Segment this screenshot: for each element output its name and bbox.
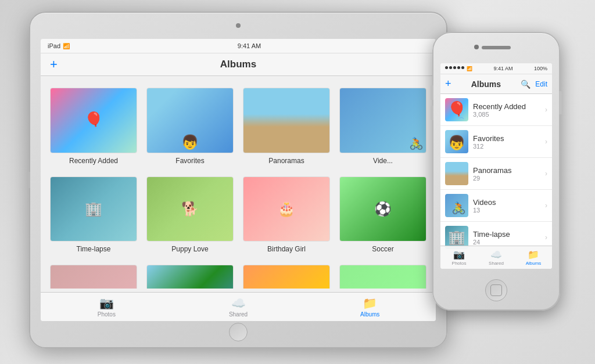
iphone-navbar: + Albums 🔍 Edit bbox=[440, 74, 552, 94]
ipad-album-r4[interactable] bbox=[146, 265, 234, 289]
ipad-page-title: Albums bbox=[73, 59, 403, 70]
ipad-device-label: iPad bbox=[48, 42, 60, 49]
iphone-item-name-panoramas: Panoramas bbox=[473, 166, 540, 175]
iphone-item-info-recently-added: Recently Added 3,085 bbox=[473, 102, 540, 118]
ipad-thumb-soccer bbox=[339, 176, 426, 242]
ipad-thumb-videos bbox=[339, 88, 426, 153]
iphone-tabbar: 📷 Photos ☁️ Shared 📁 Albums bbox=[440, 246, 552, 269]
iphone-tab-albums[interactable]: 📁 Albums bbox=[515, 249, 552, 266]
iphone-albums-icon: 📁 bbox=[528, 249, 539, 260]
scene: iPad 📶 9:41 AM + Albums Recently Added bbox=[0, 0, 595, 364]
ipad-album-label-timelapse: Time-lapse bbox=[77, 245, 111, 253]
ipad-camera bbox=[236, 23, 241, 28]
iphone-battery: 100% bbox=[534, 66, 547, 71]
ipad-tab-photos[interactable]: 📷 Photos bbox=[41, 296, 173, 318]
ipad-albums-icon: 📁 bbox=[363, 296, 377, 310]
iphone-search-button[interactable]: 🔍 bbox=[521, 80, 531, 89]
ipad-album-favorites[interactable]: Favorites bbox=[146, 88, 234, 165]
ipad-thumb-puppylove bbox=[146, 176, 234, 242]
ipad-album-label-panoramas: Panoramas bbox=[268, 157, 304, 165]
iphone-album-recently-added[interactable]: Recently Added 3,085 › bbox=[440, 94, 552, 126]
iphone-item-count-favorites: 312 bbox=[473, 143, 540, 150]
ipad-album-r5[interactable] bbox=[243, 265, 330, 289]
iphone-chevron-recently-added: › bbox=[545, 106, 547, 114]
ipad-home-button[interactable] bbox=[229, 323, 248, 341]
iphone-tab-photos[interactable]: 📷 Photos bbox=[440, 249, 478, 266]
iphone-item-name-timelapse: Time-lapse bbox=[473, 230, 540, 239]
iphone-item-info-timelapse: Time-lapse 24 bbox=[473, 230, 540, 246]
iphone-item-name-recently-added: Recently Added bbox=[473, 102, 540, 111]
ipad-album-recently-added[interactable]: Recently Added bbox=[50, 88, 137, 165]
iphone-status-bar: 📶 9:41 AM 100% bbox=[440, 63, 552, 74]
iphone-power-button bbox=[559, 91, 562, 114]
iphone-item-count-panoramas: 29 bbox=[473, 175, 540, 182]
ipad-navbar: + Albums bbox=[41, 53, 436, 76]
ipad-thumb-r6 bbox=[339, 265, 426, 289]
ipad-album-label-recently-added: Recently Added bbox=[69, 157, 118, 165]
iphone-home-button[interactable] bbox=[485, 279, 507, 301]
ipad-side-button bbox=[27, 172, 30, 188]
iphone-thumb-videos bbox=[445, 194, 468, 217]
ipad-thumb-panoramas bbox=[243, 88, 330, 153]
iphone-tab-shared-label: Shared bbox=[489, 261, 504, 266]
iphone-chevron-videos: › bbox=[545, 201, 547, 210]
ipad-tab-albums-label: Albums bbox=[360, 311, 379, 318]
iphone-vol-up bbox=[431, 85, 433, 100]
iphone-navbar-actions: 🔍 Edit bbox=[521, 80, 547, 89]
ipad-album-soccer[interactable]: Soccer bbox=[339, 176, 426, 254]
ipad-wifi-icon: 📶 bbox=[63, 43, 70, 49]
iphone-edit-button[interactable]: Edit bbox=[535, 80, 547, 88]
ipad-time: 9:41 AM bbox=[238, 42, 261, 49]
iphone-item-name-videos: Videos bbox=[473, 198, 540, 207]
ipad-album-r3[interactable] bbox=[50, 265, 137, 289]
signal-dot-4 bbox=[457, 66, 460, 69]
iphone-item-info-panoramas: Panoramas 29 bbox=[473, 166, 540, 182]
iphone-chevron-timelapse: › bbox=[545, 233, 547, 242]
ipad-thumb-favorites bbox=[146, 88, 234, 153]
iphone-camera bbox=[474, 45, 479, 49]
signal-dot-1 bbox=[445, 66, 448, 69]
ipad-album-label-puppylove: Puppy Love bbox=[171, 245, 208, 253]
ipad-status-bar: iPad 📶 9:41 AM bbox=[41, 39, 436, 53]
iphone-time: 9:41 AM bbox=[493, 66, 512, 71]
iphone-album-list: Recently Added 3,085 › Favorites 312 › bbox=[440, 94, 552, 253]
ipad-tab-photos-label: Photos bbox=[98, 311, 116, 318]
iphone-vol-down bbox=[431, 106, 433, 120]
ipad-tab-shared[interactable]: ☁️ Shared bbox=[173, 296, 304, 318]
ipad-thumb-r4 bbox=[146, 265, 234, 289]
ipad-album-label-soccer: Soccer bbox=[372, 245, 393, 253]
ipad-album-videos[interactable]: Vide... bbox=[339, 88, 426, 165]
ipad-album-grid: Recently Added Favorites Panoramas Vide.… bbox=[41, 76, 436, 289]
iphone-chevron-panoramas: › bbox=[545, 170, 547, 178]
signal-dot-3 bbox=[453, 66, 456, 69]
iphone-page-title: Albums bbox=[471, 80, 501, 89]
ipad-album-r6[interactable] bbox=[339, 265, 426, 289]
ipad-add-button[interactable]: + bbox=[50, 58, 73, 71]
ipad-thumb-birthday bbox=[243, 176, 330, 242]
ipad-album-panoramas[interactable]: Panoramas bbox=[243, 88, 330, 165]
ipad-device: iPad 📶 9:41 AM + Albums Recently Added bbox=[29, 12, 447, 348]
ipad-album-timelapse[interactable]: Time-lapse bbox=[50, 176, 137, 254]
ipad-tab-albums[interactable]: 📁 Albums bbox=[304, 296, 436, 318]
signal-dot-5 bbox=[461, 66, 464, 69]
iphone-tab-albums-label: Albums bbox=[526, 261, 542, 266]
ipad-thumb-r5 bbox=[243, 265, 330, 289]
iphone-carrier: 📶 bbox=[467, 66, 472, 71]
ipad-screen: iPad 📶 9:41 AM + Albums Recently Added bbox=[41, 39, 436, 321]
iphone-add-button[interactable]: + bbox=[445, 78, 451, 90]
iphone-item-count-videos: 13 bbox=[473, 207, 540, 214]
signal-dot-2 bbox=[449, 66, 452, 69]
iphone-album-videos[interactable]: Videos 13 › bbox=[440, 190, 552, 222]
iphone-tab-shared[interactable]: ☁️ Shared bbox=[478, 249, 515, 266]
iphone-album-panoramas[interactable]: Panoramas 29 › bbox=[440, 158, 552, 190]
iphone-album-favorites[interactable]: Favorites 312 › bbox=[440, 126, 552, 158]
ipad-album-puppylove[interactable]: Puppy Love bbox=[146, 176, 234, 254]
ipad-album-birthday[interactable]: Birthday Girl bbox=[243, 176, 330, 254]
ipad-thumb-recently-added bbox=[50, 88, 137, 153]
ipad-album-label-favorites: Favorites bbox=[175, 157, 204, 165]
iphone-thumb-favorites bbox=[445, 130, 468, 153]
iphone-item-info-videos: Videos 13 bbox=[473, 198, 540, 214]
ipad-photos-icon: 📷 bbox=[99, 296, 114, 310]
ipad-thumb-timelapse bbox=[50, 176, 137, 242]
iphone-chevron-favorites: › bbox=[545, 138, 547, 146]
